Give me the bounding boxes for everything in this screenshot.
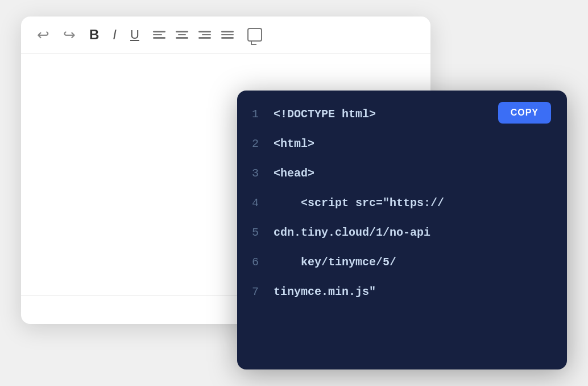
code-block-card: COPY 1 <!DOCTYPE html> 2 <html> 3 <head>… bbox=[237, 91, 567, 369]
align-left-button[interactable] bbox=[153, 31, 165, 39]
code-line-7: 7 tinymce.min.js" bbox=[237, 280, 567, 309]
bold-button[interactable]: B bbox=[89, 27, 99, 43]
undo-icon[interactable]: ↩ bbox=[37, 27, 49, 42]
line-number-2: 2 bbox=[237, 137, 274, 150]
comment-button[interactable] bbox=[247, 28, 262, 42]
line-code-4: <script src="https:// bbox=[274, 196, 567, 210]
underline-button[interactable]: U bbox=[130, 27, 139, 42]
line-number-3: 3 bbox=[237, 167, 274, 180]
align-center-button[interactable] bbox=[176, 31, 188, 39]
code-line-6: 6 key/tinymce/5/ bbox=[237, 250, 567, 280]
code-line-4: 4 <script src="https:// bbox=[237, 191, 567, 220]
align-buttons bbox=[153, 31, 234, 39]
line-code-6: key/tinymce/5/ bbox=[274, 256, 567, 269]
line-number-7: 7 bbox=[237, 285, 274, 298]
code-line-3: 3 <head> bbox=[237, 161, 567, 191]
align-right-button[interactable] bbox=[198, 31, 211, 39]
line-number-4: 4 bbox=[237, 196, 274, 210]
copy-button[interactable]: COPY bbox=[498, 102, 551, 124]
scene: ↩ ↪ B I U bbox=[21, 17, 567, 369]
code-line-2: 2 <html> bbox=[237, 132, 567, 161]
line-number-6: 6 bbox=[237, 256, 274, 269]
line-number-5: 5 bbox=[237, 226, 274, 239]
italic-button[interactable]: I bbox=[113, 27, 117, 43]
code-line-5: 5 cdn.tiny.cloud/1/no-api bbox=[237, 220, 567, 250]
line-code-7: tinymce.min.js" bbox=[274, 285, 567, 298]
line-code-2: <html> bbox=[274, 137, 567, 150]
line-code-3: <head> bbox=[274, 167, 567, 180]
align-justify-button[interactable] bbox=[221, 31, 234, 39]
line-number-1: 1 bbox=[237, 108, 274, 121]
line-code-5: cdn.tiny.cloud/1/no-api bbox=[274, 226, 567, 239]
redo-icon[interactable]: ↪ bbox=[63, 27, 76, 42]
editor-toolbar: ↩ ↪ B I U bbox=[21, 17, 430, 54]
code-content: COPY 1 <!DOCTYPE html> 2 <html> 3 <head>… bbox=[237, 91, 567, 321]
